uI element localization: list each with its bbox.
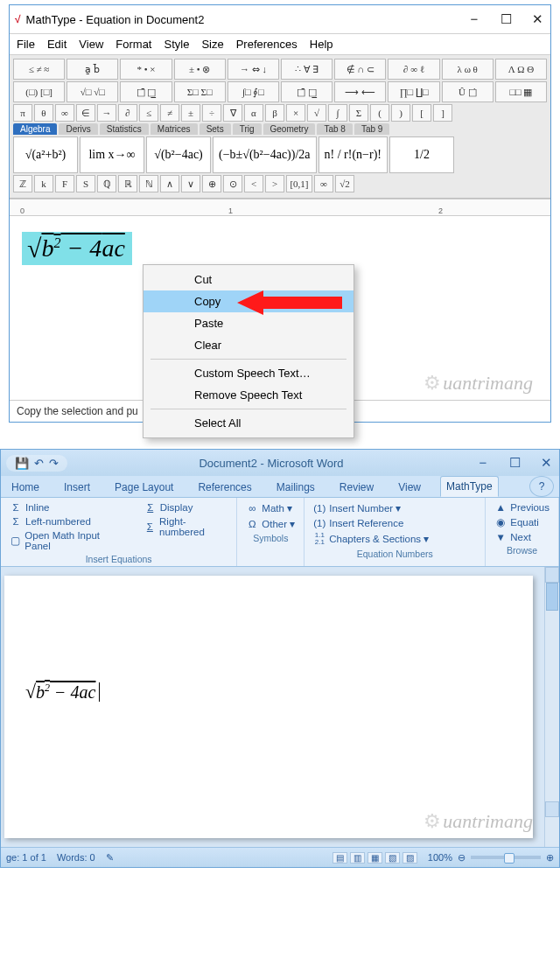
sym-ne[interactable]: ≠ — [160, 104, 179, 122]
btn-left-numbered[interactable]: ΣLeft-numbered — [8, 515, 125, 528]
sym-alpha[interactable]: α — [244, 104, 263, 122]
tab-derivs[interactable]: Derivs — [59, 123, 97, 135]
equation-edit-area[interactable]: √ b2 − 4ac Cut Copy Paste Clear Custom S… — [10, 216, 550, 400]
palette-arrows[interactable]: → ⇔ ↓ — [228, 59, 279, 80]
sym-rparen[interactable]: ) — [391, 104, 410, 122]
sym2-r[interactable]: ℝ — [118, 175, 137, 192]
tab-geometry[interactable]: Geometry — [263, 123, 316, 135]
palette-set[interactable]: ∉ ∩ ⊂ — [334, 59, 386, 80]
tmpl-int[interactable]: ∫□ ∮□ — [228, 81, 279, 102]
sym-in[interactable]: ∈ — [76, 104, 95, 122]
tab-statistics[interactable]: Statistics — [100, 123, 149, 135]
sym-pi[interactable]: π — [13, 104, 32, 122]
btn-open-math-input[interactable]: ▢Open Math Input Panel — [8, 529, 125, 552]
view-draft-icon[interactable]: ▨ — [402, 852, 417, 864]
ctx-paste[interactable]: Paste — [144, 312, 354, 334]
btn-previous[interactable]: ▲Previous — [493, 501, 551, 514]
tab-trig[interactable]: Trig — [233, 123, 262, 135]
menu-format[interactable]: Format — [116, 38, 151, 51]
view-print-icon[interactable]: ▤ — [332, 852, 347, 864]
pasted-equation[interactable]: √ b2 − 4ac — [25, 681, 100, 703]
tmpl-radical[interactable]: √□ √□ — [66, 81, 118, 102]
qat-redo-icon[interactable]: ↷ — [49, 457, 59, 470]
sym2-lt[interactable]: < — [244, 175, 263, 192]
tmpl-longarr[interactable]: ⟶ ⟵ — [334, 81, 386, 102]
fav-limit[interactable]: lim x→∞ — [80, 136, 144, 173]
menu-size[interactable]: Size — [201, 38, 223, 51]
btn-equations[interactable]: ◉Equati — [493, 515, 551, 529]
tab-page-layout[interactable]: Page Layout — [109, 478, 178, 497]
fav-discrim[interactable]: √(b²−4ac) — [146, 136, 211, 173]
ctx-remove-speech[interactable]: Remove Speech Text — [144, 384, 354, 406]
palette-calc[interactable]: ∂ ∞ ℓ — [388, 59, 439, 80]
ctx-select-all[interactable]: Select All — [144, 412, 354, 434]
sym-pm[interactable]: ± — [181, 104, 200, 122]
sym2-and[interactable]: ∧ — [160, 175, 179, 192]
zoom-slider[interactable] — [471, 856, 541, 859]
word-close-button[interactable]: ✕ — [538, 455, 554, 471]
sym-partial[interactable]: ∂ — [118, 104, 137, 122]
tmpl-matrix[interactable]: □□ ▦ — [495, 81, 547, 102]
tmpl-prod[interactable]: ∏□ ∐□ — [388, 81, 439, 102]
palette-ops[interactable]: * • × — [120, 59, 172, 80]
document-area[interactable]: √ b2 − 4ac ⚙ uantrimang — [1, 567, 559, 847]
scroll-up-button[interactable] — [545, 567, 559, 583]
fav-half[interactable]: 1/2 — [389, 136, 454, 173]
word-maximize-button[interactable]: ☐ — [507, 455, 522, 471]
tab-matrices[interactable]: Matrices — [150, 123, 198, 135]
sym-int[interactable]: ∫ — [328, 104, 347, 122]
btn-insert-ref[interactable]: (1)Insert Reference — [312, 517, 478, 529]
tab-insert[interactable]: Insert — [59, 478, 95, 497]
sym2-int01[interactable]: [0,1] — [286, 175, 312, 192]
sym-rbrack[interactable]: ] — [433, 104, 452, 122]
sym-lparen[interactable]: ( — [370, 104, 389, 122]
menu-edit[interactable]: Edit — [47, 38, 66, 51]
tmpl-hat[interactable]: Û □̇ — [442, 81, 494, 102]
palette-pm[interactable]: ± • ⊗ — [174, 59, 226, 80]
sym-le[interactable]: ≤ — [139, 104, 158, 122]
view-web-icon[interactable]: ▦ — [368, 852, 382, 864]
sym-times[interactable]: × — [286, 104, 305, 122]
sym2-n[interactable]: ℕ — [139, 175, 158, 192]
tmpl-bar[interactable]: □̄ □̲ — [120, 81, 172, 102]
ctx-cut[interactable]: Cut — [144, 269, 354, 290]
sym2-gt[interactable]: > — [265, 175, 284, 192]
view-outline-icon[interactable]: ▧ — [385, 852, 400, 864]
btn-other-symbols[interactable]: ΩOther ▾ — [244, 517, 297, 531]
tab-mailings[interactable]: Mailings — [271, 478, 320, 497]
tab-8[interactable]: Tab 8 — [317, 123, 352, 135]
ctx-copy[interactable]: Copy — [144, 290, 354, 312]
sym2-odot[interactable]: ⊙ — [223, 175, 242, 192]
fav-binom[interactable]: n! / r!(n−r)! — [318, 136, 388, 173]
zoom-slider-thumb[interactable] — [504, 853, 514, 864]
sym2-z[interactable]: ℤ — [13, 175, 32, 192]
menu-view[interactable]: View — [79, 38, 103, 51]
fav-quadratic[interactable]: (−b±√(b²−4ac))/2a — [213, 136, 317, 173]
vertical-scrollbar[interactable] — [544, 567, 559, 847]
tmpl-sum[interactable]: Σ□ Σ□ — [174, 81, 226, 102]
ctx-clear[interactable]: Clear — [144, 334, 354, 356]
ctx-custom-speech[interactable]: Custom Speech Text… — [144, 362, 354, 384]
sym2-k[interactable]: k — [34, 175, 53, 192]
sym2-xor[interactable]: ⊕ — [202, 175, 221, 192]
sym-lbrack[interactable]: [ — [412, 104, 431, 122]
sym-div[interactable]: ÷ — [202, 104, 221, 122]
sym2-s[interactable]: S — [76, 175, 95, 192]
fav-pythag[interactable]: √(a²+b²) — [13, 136, 78, 173]
page[interactable]: √ b2 − 4ac — [4, 576, 533, 838]
sym-beta[interactable]: β — [265, 104, 284, 122]
palette-rel[interactable]: ≤ ≠ ≈ — [13, 59, 65, 80]
qat-undo-icon[interactable]: ↶ — [34, 457, 44, 470]
scroll-thumb[interactable] — [546, 583, 558, 611]
tmpl-fence[interactable]: (□) [□] — [13, 81, 65, 102]
btn-display[interactable]: ΣDisplay — [143, 501, 230, 514]
tab-view[interactable]: View — [393, 478, 426, 497]
btn-inline[interactable]: ΣInline — [8, 501, 125, 514]
sym-inf[interactable]: ∞ — [55, 104, 74, 122]
sym2-f[interactable]: F — [55, 175, 74, 192]
menu-style[interactable]: Style — [164, 38, 189, 51]
sym-sigma[interactable]: Σ — [349, 104, 368, 122]
btn-math-symbols[interactable]: ∞Math ▾ — [244, 501, 297, 515]
btn-chapters-sections[interactable]: 1.1 2.1Chapters & Sections ▾ — [312, 531, 478, 547]
minimize-button[interactable]: − — [466, 11, 482, 27]
